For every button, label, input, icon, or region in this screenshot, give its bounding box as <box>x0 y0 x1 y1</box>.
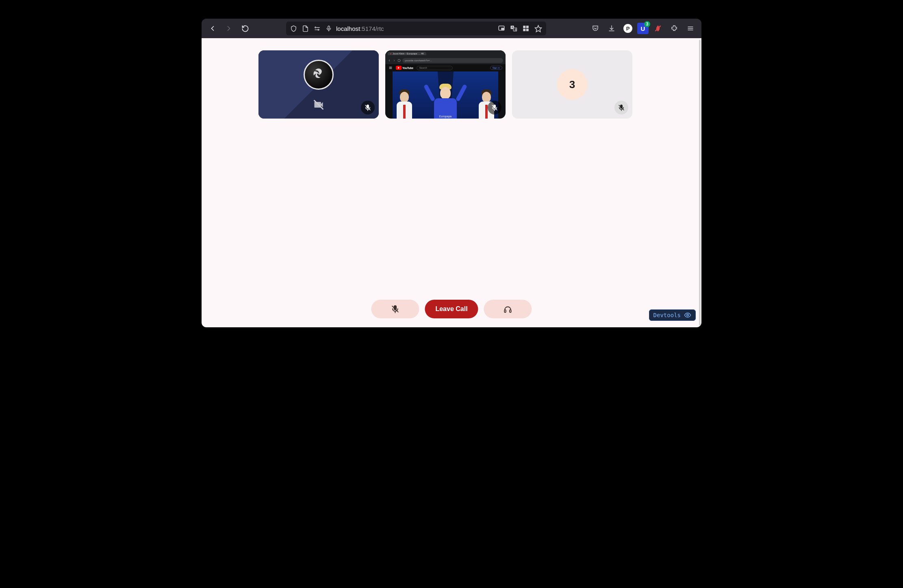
svg-point-0 <box>315 27 316 28</box>
participant-3-mic-muted-icon <box>614 101 628 115</box>
devtools-badge[interactable]: Devtools <box>649 309 696 321</box>
shared-youtube-header: YouTube Search Sign in <box>385 64 506 71</box>
leave-call-button[interactable]: Leave Call <box>425 300 478 318</box>
shield-icon[interactable] <box>290 25 297 32</box>
downloads-icon[interactable] <box>605 22 619 35</box>
app-menu-icon[interactable] <box>684 22 697 35</box>
container-icon[interactable] <box>522 25 530 32</box>
browser-toolbar: localhost:5174/rtc A文 <box>202 19 701 38</box>
forward-button[interactable] <box>222 22 236 35</box>
pocket-icon[interactable] <box>588 22 602 35</box>
call-controls: Leave Call <box>371 300 532 318</box>
extensions-icon[interactable] <box>667 22 681 35</box>
shared-browser-chrome: Joost Klein - Europapa … 4K youtube.com/… <box>385 50 506 64</box>
shared-video-frame: Europapa <box>393 71 498 119</box>
participant-1-mic-muted-icon <box>361 101 375 115</box>
extension-u-badge-count: 3 <box>644 21 650 27</box>
eye-icon <box>684 311 691 319</box>
participant-tile-3[interactable]: 3 <box>512 50 632 119</box>
devtools-label: Devtools <box>653 312 681 318</box>
extension-p-icon[interactable]: P <box>621 22 635 35</box>
camera-off-icon <box>313 99 324 110</box>
youtube-logo-icon: YouTube <box>396 66 413 70</box>
svg-rect-5 <box>328 26 330 29</box>
svg-rect-8 <box>501 28 504 30</box>
avatar-initial: 3 <box>569 78 575 91</box>
obs-logo-icon <box>304 60 334 90</box>
shared-search-bar: Search <box>417 66 453 70</box>
participant-tile-2[interactable]: Joost Klein - Europapa … 4K youtube.com/… <box>385 50 506 119</box>
video-grid: Joost Klein - Europapa … 4K youtube.com/… <box>202 38 701 119</box>
url-host: localhost <box>336 25 360 32</box>
scrollbar[interactable] <box>699 40 701 326</box>
pip-icon[interactable] <box>498 25 505 32</box>
translate-icon[interactable]: A文 <box>510 25 517 32</box>
back-button[interactable] <box>206 22 219 35</box>
svg-rect-40 <box>504 310 506 312</box>
reload-button[interactable] <box>238 22 252 35</box>
page-info-icon[interactable] <box>302 25 309 32</box>
participant-2-mic-muted-icon <box>488 101 501 115</box>
extension-u-icon[interactable]: U 3 <box>637 23 649 34</box>
url-bar[interactable]: localhost:5174/rtc A文 <box>286 22 546 35</box>
microphone-permission-icon[interactable] <box>326 25 332 32</box>
svg-text:A: A <box>512 26 514 28</box>
svg-rect-14 <box>526 26 529 28</box>
browser-window: localhost:5174/rtc A文 <box>202 19 701 327</box>
shared-tab: Joost Klein - Europapa … 4K <box>388 52 426 55</box>
svg-point-42 <box>687 314 689 316</box>
svg-marker-17 <box>535 25 542 32</box>
svg-rect-15 <box>523 29 525 31</box>
url-text: localhost:5174/rtc <box>336 25 494 32</box>
svg-point-2 <box>318 29 319 30</box>
leave-call-label: Leave Call <box>435 305 467 313</box>
participant-tile-1[interactable] <box>258 50 379 119</box>
extension-noscript-icon[interactable] <box>651 22 665 35</box>
bookmark-icon[interactable] <box>534 25 542 32</box>
toggle-audio-output-button[interactable] <box>484 300 532 318</box>
svg-rect-16 <box>526 29 529 31</box>
svg-text:文: 文 <box>514 28 517 31</box>
shared-url: youtube.com/watch?v=... <box>402 58 503 63</box>
svg-rect-41 <box>510 310 511 312</box>
shared-video-caption: Europapa <box>439 115 452 118</box>
permissions-icon[interactable] <box>314 25 321 32</box>
url-path: :5174/rtc <box>360 25 384 32</box>
page-content: Joost Klein - Europapa … 4K youtube.com/… <box>202 38 701 327</box>
avatar: 3 <box>557 69 588 100</box>
svg-rect-13 <box>523 26 525 28</box>
shared-sign-in: Sign in <box>490 66 502 70</box>
toggle-mic-button[interactable] <box>371 300 419 318</box>
